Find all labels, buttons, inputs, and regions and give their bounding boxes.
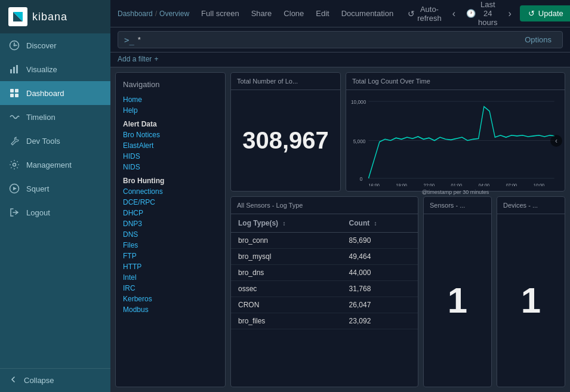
- nav-hids-link[interactable]: HIDS: [123, 152, 218, 161]
- time-series-chart: 10,000 5,000 0 16:00 19:00: [351, 95, 560, 186]
- sidebar-item-logout[interactable]: Logout: [0, 200, 110, 224]
- documentation-button[interactable]: Documentation: [337, 6, 398, 21]
- svg-text:16:00: 16:00: [368, 183, 380, 186]
- bottom-panels-row: All Sensors - Log Type Log Type(s) ↕: [230, 196, 565, 387]
- nav-bro-notices-link[interactable]: Bro Notices: [123, 130, 218, 140]
- cell-log-type: bro_conn: [231, 233, 342, 249]
- table-row[interactable]: bro_files 23,092: [231, 313, 418, 329]
- sidebar-logo: kibana: [0, 0, 110, 33]
- full-screen-button[interactable]: Full screen: [196, 6, 244, 21]
- nav-dnp3-link[interactable]: DNP3: [123, 219, 218, 229]
- sidebar-item-management[interactable]: Management: [0, 153, 110, 177]
- svg-text:5,000: 5,000: [353, 138, 366, 144]
- nav-intel-link[interactable]: Intel: [123, 273, 218, 282]
- table-row[interactable]: ossec 31,768: [231, 281, 418, 297]
- sidebar-item-timelion-label: Timelion: [26, 113, 56, 122]
- dashboard-content: Navigation Home Help Alert Data Bro Noti…: [110, 67, 570, 392]
- table-row[interactable]: bro_conn 85,690: [231, 233, 418, 249]
- nav-elastalert-link[interactable]: ElastAlert: [123, 141, 218, 150]
- chart-prev-arrow[interactable]: ‹: [550, 135, 562, 147]
- sidebar-item-devtools[interactable]: Dev Tools: [0, 129, 110, 153]
- search-input[interactable]: [138, 35, 516, 44]
- kibana-logo-icon: [8, 7, 27, 26]
- svg-text:19:00: 19:00: [396, 183, 408, 186]
- svg-text:07:00: 07:00: [506, 183, 517, 186]
- time-range-label: Last 24 hours: [478, 0, 498, 27]
- col-count-label: Count: [349, 219, 370, 227]
- table-row[interactable]: CRON 26,047: [231, 297, 418, 313]
- sidebar-item-discover[interactable]: Discover: [0, 33, 110, 57]
- chart-area: 10,000 5,000 0 16:00 19:00: [346, 90, 565, 191]
- plus-icon: +: [154, 55, 158, 63]
- nav-files-link[interactable]: Files: [123, 240, 218, 250]
- nav-dhcp-link[interactable]: DHCP: [123, 208, 218, 218]
- sidebar-item-dashboard[interactable]: Dashboard: [0, 81, 110, 105]
- nav-http-link[interactable]: HTTP: [123, 262, 218, 271]
- table-content: Log Type(s) ↕ Count ↕ bro_conn: [231, 214, 418, 387]
- nav-irc-link[interactable]: IRC: [123, 283, 218, 293]
- nav-dns-link[interactable]: DNS: [123, 230, 218, 239]
- sidebar-item-timelion[interactable]: Timelion: [0, 105, 110, 129]
- nav-dcerpc-link[interactable]: DCE/RPC: [123, 197, 218, 207]
- svg-rect-10: [15, 89, 19, 92]
- nav-connections-link[interactable]: Connections: [123, 187, 218, 196]
- gear-icon: [8, 159, 20, 171]
- svg-text:0: 0: [360, 176, 363, 183]
- add-filter-button[interactable]: Add a filter +: [118, 55, 158, 63]
- update-button[interactable]: ↺ Update: [520, 5, 570, 21]
- add-filter-label: Add a filter: [118, 55, 152, 63]
- clone-button[interactable]: Clone: [279, 6, 309, 21]
- prev-time-button[interactable]: ‹: [449, 6, 459, 21]
- time-range-button[interactable]: 🕐 Last 24 hours: [461, 0, 503, 30]
- next-time-button[interactable]: ›: [505, 6, 515, 21]
- chart-panel-title: Total Log Count Over Time: [346, 73, 565, 90]
- nav-nids-link[interactable]: NIDS: [123, 162, 218, 172]
- nav-help-link[interactable]: Help: [123, 106, 218, 115]
- svg-rect-7: [13, 67, 15, 73]
- breadcrumb-current: Overview: [159, 10, 189, 18]
- col-log-type[interactable]: Log Type(s) ↕: [231, 214, 342, 233]
- col-log-type-sort-icon: ↕: [282, 220, 285, 227]
- svg-rect-11: [10, 94, 14, 97]
- devices-panel: Devices - ... 1: [497, 196, 565, 387]
- options-button[interactable]: Options: [520, 34, 556, 45]
- sidebar-item-visualize-label: Visualize: [26, 65, 57, 74]
- cell-count: 49,464: [342, 249, 418, 265]
- sidebar-logo-text: kibana: [32, 11, 67, 23]
- refresh-icon: ↺: [408, 9, 415, 18]
- share-button[interactable]: Share: [247, 6, 277, 21]
- log-type-table: Log Type(s) ↕ Count ↕ bro_conn: [231, 214, 418, 329]
- sidebar-collapse-btn[interactable]: Collapse: [0, 368, 110, 392]
- table-row[interactable]: bro_dns 44,000: [231, 265, 418, 281]
- wave-icon: [8, 111, 20, 123]
- sidebar-item-visualize[interactable]: Visualize: [0, 57, 110, 81]
- col-count-sort-icon: ↕: [374, 220, 377, 227]
- sensors-panel-title: Sensors - ...: [424, 197, 491, 214]
- nav-home-link[interactable]: Home: [123, 95, 218, 104]
- log-count-chart-panel: Total Log Count Over Time 10,000 5,000 0: [346, 72, 565, 192]
- nav-ftp-link[interactable]: FTP: [123, 251, 218, 261]
- devices-value: 1: [497, 214, 565, 387]
- col-log-type-label: Log Type(s): [238, 219, 278, 227]
- top-panels-row: Total Number of Lo... 308,967 Total Log …: [230, 72, 565, 192]
- nav-bro-hunting-title: Bro Hunting: [123, 177, 218, 185]
- breadcrumb-parent[interactable]: Dashboard: [118, 10, 153, 18]
- auto-refresh-button[interactable]: ↺ Auto-refresh: [403, 2, 446, 26]
- svg-rect-9: [10, 89, 14, 92]
- cell-count: 26,047: [342, 297, 418, 313]
- sensors-panel: Sensors - ... 1: [423, 196, 492, 387]
- bar-chart-icon: [8, 63, 20, 75]
- search-bar: >_ Options: [110, 27, 570, 53]
- table-row[interactable]: bro_mysql 49,464: [231, 249, 418, 265]
- nav-modbus-link[interactable]: Modbus: [123, 305, 218, 314]
- edit-button[interactable]: Edit: [311, 6, 334, 21]
- log-type-table-panel: All Sensors - Log Type Log Type(s) ↕: [230, 196, 418, 387]
- svg-marker-5: [15, 45, 18, 47]
- nav-kerberos-link[interactable]: Kerberos: [123, 294, 218, 304]
- filter-bar: Add a filter +: [110, 53, 570, 67]
- nav-alert-data-title: Alert Data: [123, 120, 218, 128]
- cell-log-type: bro_mysql: [231, 249, 342, 265]
- sidebar-item-logout-label: Logout: [26, 208, 50, 217]
- col-count[interactable]: Count ↕: [342, 214, 418, 233]
- sidebar-item-squert[interactable]: Squert: [0, 177, 110, 200]
